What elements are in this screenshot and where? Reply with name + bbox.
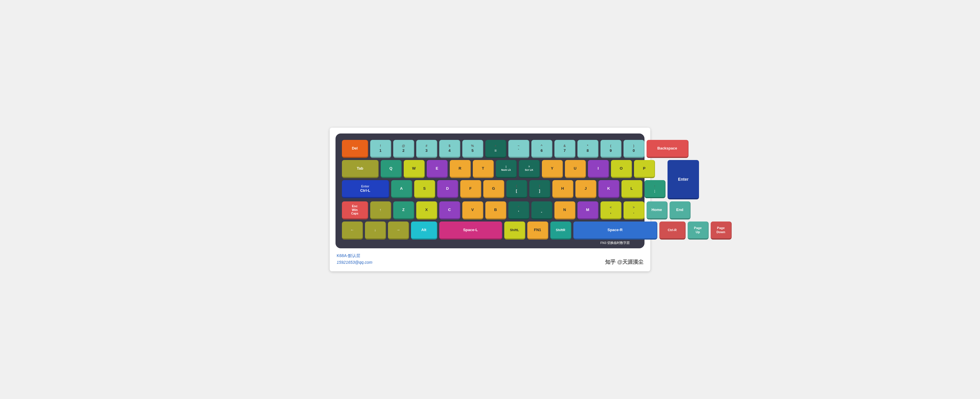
key-del[interactable]: Del xyxy=(342,140,368,158)
key-8[interactable]: *8 xyxy=(578,140,598,158)
key-b[interactable]: B xyxy=(485,201,506,219)
key-page-down[interactable]: PageDown xyxy=(711,221,732,240)
keyboard: Del !1 @2 #3 $4 %5 += ~` ^6 &7 *8 (9 )0 … xyxy=(342,140,638,240)
key-semicolon[interactable]: :; xyxy=(644,180,665,198)
key-o[interactable]: O xyxy=(611,160,632,178)
key-lbrace[interactable]: {[ xyxy=(506,180,527,198)
key-end[interactable]: End xyxy=(670,201,690,219)
key-tab[interactable]: Tab xyxy=(342,160,379,178)
key-period[interactable]: >. xyxy=(624,201,644,219)
key-fn1[interactable]: FN1 xyxy=(527,221,548,240)
key-g[interactable]: G xyxy=(483,180,504,198)
key-comma[interactable]: <, xyxy=(600,201,622,219)
key-shiftr[interactable]: ShiftR xyxy=(550,221,571,240)
key-minus[interactable]: _- xyxy=(531,201,552,219)
key-v[interactable]: V xyxy=(462,201,483,219)
key-w[interactable]: W xyxy=(404,160,425,178)
row-asdf: Enter Ctrl-L A S D F G {[ }] H J K L xyxy=(342,180,665,198)
key-k[interactable]: K xyxy=(598,180,619,198)
key-x[interactable]: X xyxy=(416,201,437,219)
contact-email: 15921653@qq.com xyxy=(337,259,372,265)
key-equals[interactable]: += xyxy=(485,140,506,158)
key-enter-ctrll[interactable]: Enter Ctrl-L xyxy=(342,180,389,198)
key-grave[interactable]: ~` xyxy=(508,140,529,158)
key-d[interactable]: D xyxy=(437,180,458,198)
main-container: Del !1 @2 #3 $4 %5 += ~` ^6 &7 *8 (9 )0 … xyxy=(330,128,650,271)
key-l[interactable]: L xyxy=(622,180,643,198)
key-ctrl-r[interactable]: Ctrl-R xyxy=(659,221,686,240)
key-backspace[interactable]: Backspace xyxy=(646,140,689,158)
key-c[interactable]: C xyxy=(439,201,460,219)
key-alt[interactable]: Alt xyxy=(411,221,437,240)
key-j[interactable]: J xyxy=(575,180,597,198)
key-3[interactable]: #3 xyxy=(416,140,437,158)
key-page-up[interactable]: PageUp xyxy=(687,221,709,240)
key-y[interactable]: Y xyxy=(542,160,563,178)
keyboard-wrapper: Del !1 @2 #3 $4 %5 += ~` ^6 &7 *8 (9 )0 … xyxy=(336,134,644,248)
row-qwerty: Tab Q W E R T |Num Lk ?Scr LK Y U I O P xyxy=(342,160,665,178)
key-s[interactable]: S xyxy=(414,180,435,198)
key-0[interactable]: )0 xyxy=(624,140,644,158)
key-p[interactable]: P xyxy=(634,160,655,178)
keyboard-name: K68A-默认层 xyxy=(337,253,372,259)
row-zxcv: Esc Win Caps ↑ Z X C V B "' _- N M <, >.… xyxy=(342,201,638,219)
footer-left: K68A-默认层 15921653@qq.com xyxy=(337,253,372,265)
key-2[interactable]: @2 xyxy=(393,140,414,158)
key-7[interactable]: &7 xyxy=(554,140,575,158)
key-1[interactable]: !1 xyxy=(370,140,391,158)
key-5[interactable]: %5 xyxy=(462,140,483,158)
key-space-l[interactable]: Space-L xyxy=(439,221,502,240)
key-h[interactable]: H xyxy=(552,180,573,198)
key-enter[interactable]: Enter xyxy=(668,160,699,199)
key-home[interactable]: Home xyxy=(646,201,668,219)
fn3-label: FN3 切换临时数字层 xyxy=(600,241,630,245)
key-down[interactable]: ↓ xyxy=(365,221,386,240)
key-rbrace[interactable]: }] xyxy=(529,180,550,198)
key-f[interactable]: F xyxy=(460,180,481,198)
key-numlk[interactable]: |Num Lk xyxy=(496,160,517,178)
key-q[interactable]: Q xyxy=(381,160,402,178)
key-m[interactable]: M xyxy=(578,201,598,219)
key-space-r[interactable]: Space-R FN3 切换临时数字层 xyxy=(573,221,657,240)
key-r[interactable]: R xyxy=(450,160,471,178)
key-u[interactable]: U xyxy=(565,160,586,178)
row-bottom: ← ↓ → Alt Space-L ShiftL FN1 ShiftR Spac… xyxy=(342,221,638,240)
key-i[interactable]: I xyxy=(588,160,609,178)
key-scrlk[interactable]: ?Scr LK xyxy=(519,160,540,178)
key-n[interactable]: N xyxy=(554,201,575,219)
key-t[interactable]: T xyxy=(473,160,494,178)
key-e[interactable]: E xyxy=(427,160,448,178)
key-dquote[interactable]: "' xyxy=(508,201,529,219)
key-left[interactable]: ← xyxy=(342,221,363,240)
watermark: 知乎 @天涯漠尘 xyxy=(605,259,643,265)
key-9[interactable]: (9 xyxy=(600,140,622,158)
key-shiftl[interactable]: ShiftL xyxy=(504,221,525,240)
key-a[interactable]: A xyxy=(391,180,412,198)
row-numbers: Del !1 @2 #3 $4 %5 += ~` ^6 &7 *8 (9 )0 … xyxy=(342,140,638,158)
key-esc-win-caps[interactable]: Esc Win Caps xyxy=(342,201,368,219)
key-6[interactable]: ^6 xyxy=(531,140,552,158)
key-right[interactable]: → xyxy=(388,221,409,240)
key-up[interactable]: ↑ xyxy=(370,201,391,219)
key-z[interactable]: Z xyxy=(393,201,414,219)
key-4[interactable]: $4 xyxy=(439,140,460,158)
footer: K68A-默认层 15921653@qq.com 知乎 @天涯漠尘 xyxy=(336,253,644,265)
